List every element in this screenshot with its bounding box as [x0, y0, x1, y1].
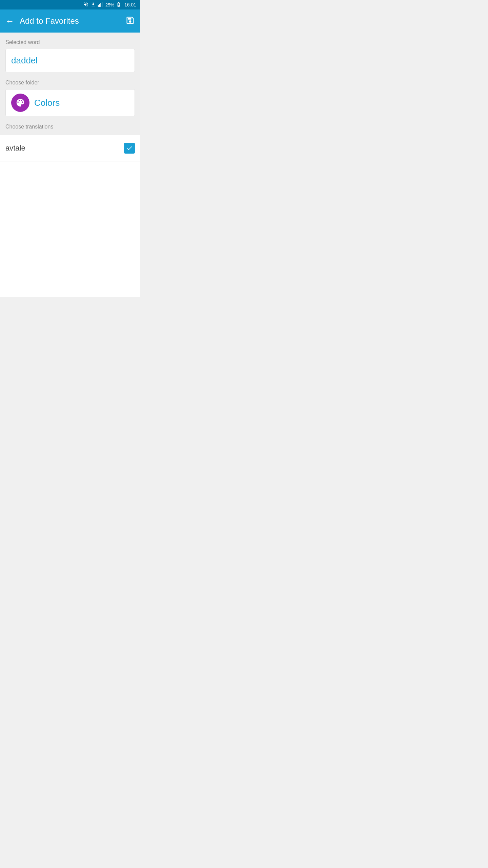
- svg-rect-2: [100, 3, 101, 7]
- save-button[interactable]: [125, 16, 135, 26]
- app-bar: ← Add to Favorites: [0, 9, 140, 33]
- selected-word-value: daddel: [11, 55, 38, 65]
- download-icon: [90, 2, 96, 8]
- svg-rect-3: [102, 2, 102, 7]
- choose-translations-label: Choose translations: [5, 124, 135, 135]
- folder-icon-circle: [11, 94, 29, 112]
- time: 16:01: [124, 2, 136, 7]
- translation-word: avtale: [5, 144, 25, 153]
- app-bar-left: ← Add to Favorites: [5, 16, 79, 26]
- folder-name: Colors: [34, 98, 60, 108]
- translation-item[interactable]: avtale: [0, 135, 140, 161]
- content-area: Selected word daddel Choose folder Color…: [0, 33, 140, 135]
- choose-folder-label: Choose folder: [5, 80, 135, 86]
- folder-selector[interactable]: Colors: [5, 89, 135, 116]
- checkmark-icon: [126, 145, 133, 152]
- selected-word-field[interactable]: daddel: [5, 49, 135, 72]
- signal-icon: [98, 2, 104, 8]
- battery-percentage: 25%: [105, 2, 114, 7]
- svg-rect-1: [99, 4, 100, 7]
- status-bar: 25% 16:01: [0, 0, 140, 9]
- battery-icon: [116, 2, 121, 8]
- back-button[interactable]: ←: [5, 17, 14, 25]
- svg-rect-0: [98, 5, 99, 7]
- translation-checkbox[interactable]: [124, 143, 135, 154]
- selected-word-label: Selected word: [5, 39, 135, 45]
- empty-area: [0, 161, 140, 297]
- mute-icon: [83, 2, 89, 8]
- palette-icon: [15, 98, 25, 108]
- translations-list: avtale: [0, 135, 140, 161]
- page-title: Add to Favorites: [20, 16, 79, 26]
- status-icons: 25% 16:01: [83, 2, 136, 8]
